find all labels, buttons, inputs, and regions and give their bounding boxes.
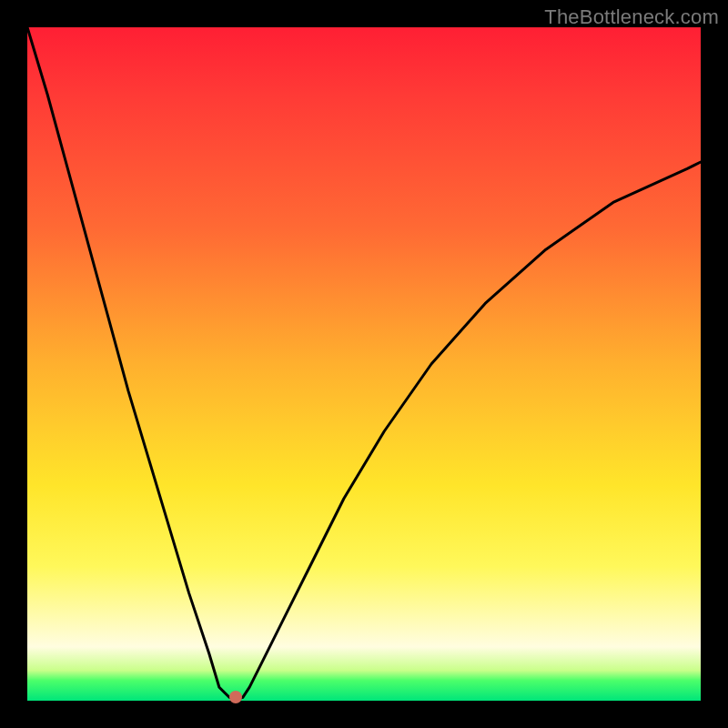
plot-area — [27, 27, 701, 701]
optimal-point-marker — [229, 691, 242, 703]
bottleneck-curve — [27, 27, 701, 701]
chart-frame: TheBottleneck.com — [0, 0, 728, 728]
watermark-text: TheBottleneck.com — [544, 5, 719, 29]
